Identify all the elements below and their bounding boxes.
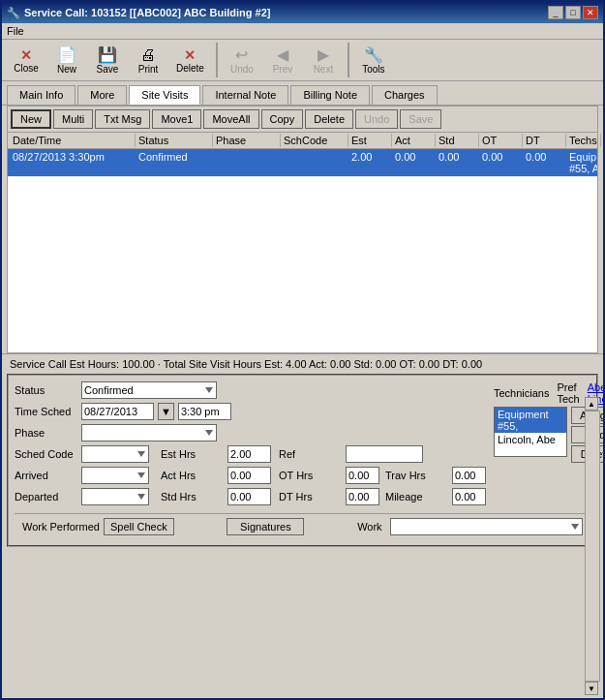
sv-save-button[interactable]: Save	[400, 109, 441, 129]
est-hrs-input[interactable]	[227, 445, 271, 463]
phase-row: Phase	[15, 424, 486, 441]
col-techs: Techs	[566, 134, 601, 147]
time-sched-date[interactable]	[81, 403, 154, 420]
scroll-down-arrow[interactable]: ▼	[585, 682, 598, 695]
tab-billing-note[interactable]: Billing Note	[290, 85, 370, 105]
status-label: Status	[15, 384, 77, 396]
time-sched-time[interactable]	[178, 403, 231, 420]
sv-moveall-button[interactable]: MoveAll	[203, 109, 258, 129]
std-hrs-input[interactable]	[227, 488, 271, 505]
departed-select[interactable]	[81, 488, 149, 505]
toolbar-separator	[216, 43, 218, 77]
print-icon: 🖨	[140, 46, 156, 64]
dt-hrs-input[interactable]	[346, 488, 379, 505]
scroll-up-arrow[interactable]: ▲	[585, 397, 598, 411]
time-sched-row: Time Sched ▼	[15, 403, 486, 420]
toolbar-separator2	[348, 43, 349, 77]
col-ot: OT	[479, 134, 523, 147]
departed-label: Departed	[15, 491, 77, 502]
status-row: Status Confirmed	[15, 381, 486, 399]
new-button[interactable]: 📄 New	[47, 43, 86, 77]
technicians-list[interactable]: Equipment #55, Lincoln, Abe	[494, 407, 567, 457]
sched-code-label: Sched Code	[15, 448, 77, 460]
site-visits-grid: 08/27/2013 3:30pm Confirmed 2.00 0.00 0.…	[8, 149, 597, 352]
tab-site-visits[interactable]: Site Visits	[129, 85, 200, 105]
time-sched-label: Time Sched	[15, 406, 77, 417]
trav-hrs-label: Trav Hrs	[385, 470, 448, 481]
work-select[interactable]	[390, 518, 583, 535]
col-status: Status	[136, 134, 213, 147]
site-visits-panel: New Multi Txt Msg Move1 MoveAll Copy Del…	[7, 106, 598, 353]
tools-button[interactable]: 🔧 Tools	[354, 43, 393, 77]
vertical-scrollbar[interactable]: ▲ ▼	[585, 397, 600, 695]
minimize-button[interactable]: _	[548, 6, 563, 19]
cell-schcode	[281, 150, 348, 175]
act-hrs-label: Act Hrs	[161, 470, 224, 481]
date-dropdown-icon[interactable]: ▼	[158, 403, 174, 420]
signatures-button[interactable]: Signatures	[227, 518, 304, 535]
sv-new-button[interactable]: New	[11, 109, 51, 129]
tab-main-info[interactable]: Main Info	[7, 85, 76, 105]
prev-icon: ◀	[277, 46, 288, 64]
mileage-input[interactable]	[452, 488, 486, 505]
delete-button[interactable]: ✕ Delete	[169, 45, 211, 76]
tools-icon: 🔧	[364, 46, 383, 64]
col-schcode: SchCode	[281, 134, 348, 147]
act-hrs-input[interactable]	[227, 467, 271, 484]
trav-hrs-input[interactable]	[452, 467, 486, 484]
sv-move1-button[interactable]: Move1	[152, 109, 201, 129]
technicians-label: Technicians	[494, 387, 549, 399]
tabs-row: Main Info More Site Visits Internal Note…	[2, 81, 603, 106]
work-performed-label: Work Performed	[22, 521, 100, 533]
pref-tech-label: Pref Tech	[557, 381, 579, 405]
phase-select[interactable]	[81, 424, 217, 441]
detail-section: Status Confirmed Time Sched ▼ Phase	[7, 374, 598, 547]
sv-copy-button[interactable]: Copy	[261, 109, 304, 129]
new-icon: 📄	[57, 46, 76, 64]
cell-act: 0.00	[392, 150, 436, 175]
ot-hrs-input[interactable]	[346, 467, 379, 484]
main-toolbar: ✕ Close 📄 New 💾 Save 🖨 Print ✕ Delete ↩	[2, 40, 603, 81]
arrived-row: Arrived Act Hrs OT Hrs Trav Hrs	[15, 467, 486, 484]
status-select[interactable]: Confirmed	[81, 381, 217, 399]
phase-label: Phase	[15, 427, 77, 439]
table-row[interactable]: 08/27/2013 3:30pm Confirmed 2.00 0.00 0.…	[8, 149, 597, 177]
grid-header: Date/Time Status Phase SchCode Est Act S…	[8, 133, 597, 149]
footer-text: Service Call Est Hours: 100.00 · Total S…	[10, 358, 482, 370]
tab-internal-note[interactable]: Internal Note	[202, 85, 288, 105]
sv-delete-button[interactable]: Delete	[305, 109, 353, 129]
work-label: Work	[357, 521, 381, 533]
sv-undo-button[interactable]: Undo	[355, 109, 398, 129]
title-bar: 🔧 Service Call: 103152 [[ABC002] ABC Bui…	[2, 2, 603, 23]
col-dt: DT	[523, 134, 566, 147]
next-icon: ▶	[318, 46, 329, 64]
menu-file[interactable]: File	[7, 25, 24, 37]
save-button[interactable]: 💾 Save	[88, 43, 127, 77]
prev-button[interactable]: ◀ Prev	[263, 43, 302, 77]
sched-code-select[interactable]	[81, 445, 149, 463]
arrived-select[interactable]	[81, 467, 149, 484]
next-button[interactable]: ▶ Next	[304, 43, 343, 77]
window-close-button[interactable]: ✕	[583, 6, 598, 19]
sv-multi-button[interactable]: Multi	[53, 109, 93, 129]
menu-bar: File	[2, 23, 603, 40]
ref-input[interactable]	[346, 445, 423, 463]
undo-button[interactable]: ↩ Undo	[223, 43, 261, 77]
spell-check-button[interactable]: Spell Check	[104, 518, 174, 535]
sched-code-row: Sched Code Est Hrs Ref	[15, 445, 486, 463]
sv-txtmsg-button[interactable]: Txt Msg	[95, 109, 150, 129]
maximize-button[interactable]: □	[565, 6, 581, 19]
departed-row: Departed Std Hrs DT Hrs Mileage	[15, 488, 486, 505]
mileage-label: Mileage	[385, 491, 448, 502]
tech-item-equipment55[interactable]: Equipment #55,	[495, 408, 566, 433]
close-button[interactable]: ✕ Close	[7, 45, 45, 76]
tab-more[interactable]: More	[77, 85, 127, 105]
tab-charges[interactable]: Charges	[372, 85, 438, 105]
cell-datetime: 08/27/2013 3:30pm	[10, 150, 136, 175]
print-button[interactable]: 🖨 Print	[129, 44, 167, 77]
cell-techs: Equipment #55, A...	[566, 150, 597, 175]
detail-left-col: Status Confirmed Time Sched ▼ Phase	[15, 381, 486, 509]
tech-item-lincoln[interactable]: Lincoln, Abe	[495, 433, 566, 446]
title-bar-icon: 🔧	[7, 7, 20, 19]
col-phase: Phase	[213, 134, 281, 147]
